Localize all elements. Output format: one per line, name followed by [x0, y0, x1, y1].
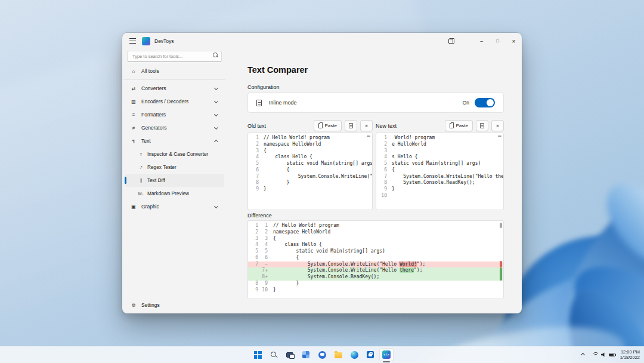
line-text: s Hello {	[387, 154, 417, 161]
diff-scrollbar[interactable]	[500, 222, 502, 298]
diff-view[interactable]: 1 1 // Hello World! program 2 2 namespac…	[247, 220, 504, 299]
old-text-editor[interactable]: 1 // Hello World! program 2 namespace He…	[247, 133, 373, 210]
diff-text-pre: // Hello World! program	[273, 223, 339, 228]
sidebar-category-graphic[interactable]: ▣ Graphic	[125, 200, 224, 213]
sidebar-category[interactable]: ⇄ Converters	[125, 82, 224, 95]
old-line-number: 1	[248, 223, 258, 229]
diff-row: 3 3 {	[248, 236, 503, 242]
code-line: 1 World! program	[376, 135, 503, 141]
line-number: 3	[248, 148, 259, 155]
taskbar-clock[interactable]: 12:00 PM 1/18/2022	[620, 349, 641, 360]
code-line: 2 e HelloWorld	[376, 141, 503, 148]
inline-mode-card: Inline mode On	[247, 93, 504, 113]
sidebar-tool[interactable]: ∥ Text Diff	[125, 174, 224, 187]
line-number: 2	[376, 141, 387, 148]
file-explorer-button[interactable]	[331, 348, 345, 361]
gear-icon: ⚙	[129, 303, 138, 308]
scrollbar-thumb[interactable]	[498, 136, 501, 137]
diff-line-text: }	[268, 281, 299, 287]
line-text: {	[259, 148, 267, 155]
sidebar-category[interactable]: ▥ Encoders / Decoders	[125, 95, 224, 108]
hidden-icons-button[interactable]	[579, 349, 587, 361]
added-marker	[500, 267, 502, 281]
new-line-number: 9	[258, 281, 268, 287]
sidebar-item-all-tools[interactable]: ⌂ All tools	[125, 64, 224, 78]
old-line-number: 6	[248, 255, 258, 262]
sidebar-category[interactable]: ¶ Text	[125, 134, 224, 147]
old-line-number: 9	[248, 287, 258, 294]
line-number: 6	[376, 167, 387, 174]
chat-button[interactable]	[315, 348, 329, 361]
line-text: static void Main(string[] args)	[259, 161, 372, 167]
tool-icon: M↓	[138, 192, 144, 196]
old-clear-button[interactable]: ×	[360, 120, 373, 131]
line-number: 8	[248, 180, 259, 186]
new-text-editor[interactable]: 1 World! program 2 e HelloWorld 3	[376, 133, 504, 210]
new-clear-button[interactable]: ×	[491, 120, 504, 131]
compact-overlay-icon	[448, 38, 454, 44]
line-text: System.Console.WriteLine("Hello there");	[387, 174, 503, 180]
old-line-number: 3	[248, 236, 258, 242]
diff-row: 5 5 static void Main(string[] args)	[248, 248, 503, 255]
diff-word-highlight: there	[400, 267, 414, 273]
inline-mode-toggle[interactable]	[475, 98, 495, 107]
line-text: {	[259, 167, 289, 174]
volume-icon	[601, 352, 606, 357]
edge-button[interactable]	[347, 348, 361, 361]
scrollbar-thumb[interactable]	[500, 223, 502, 228]
line-text: System.Console.ReadKey();	[387, 180, 475, 186]
category-icon: #	[129, 125, 138, 131]
devtoys-taskbar-button[interactable]	[379, 348, 394, 361]
inline-mode-label: Inline mode	[269, 100, 297, 106]
sidebar-tool[interactable]: .* Regex Tester	[125, 161, 224, 174]
sidebar-category[interactable]: ≡ Formatters	[125, 108, 224, 121]
diff-line-text: {	[268, 255, 299, 262]
old-line-number: 8	[248, 281, 258, 287]
new-line-number: 1	[258, 223, 268, 229]
start-button[interactable]	[250, 348, 265, 361]
old-line-number: 4	[248, 242, 258, 248]
code-line: 6 {	[248, 167, 372, 174]
line-text: // Hello World! program	[259, 135, 330, 141]
quick-settings-button[interactable]	[591, 349, 617, 361]
diff-text-post: ");	[414, 267, 422, 273]
old-line-number	[248, 274, 258, 281]
task-view-button[interactable]	[283, 348, 297, 361]
widgets-button[interactable]	[299, 348, 313, 361]
chevron-icon	[214, 99, 218, 103]
new-load-file-button[interactable]	[476, 120, 488, 131]
hamburger-menu-button[interactable]	[125, 33, 140, 49]
old-line-number	[248, 267, 258, 274]
diff-line-text: System.Console.ReadKey();	[268, 274, 379, 281]
sidebar-category[interactable]: # Generators	[125, 121, 224, 134]
sidebar-item-settings[interactable]: ⚙ Settings	[125, 299, 224, 312]
sidebar-tool[interactable]: M↓ Markdown Preview	[125, 187, 224, 200]
minimize-button[interactable]: –	[473, 33, 490, 49]
sidebar-tool[interactable]: T Inspector & Case Converter	[125, 147, 224, 161]
new-line-number: 6	[258, 255, 268, 262]
search-input[interactable]	[127, 51, 222, 62]
new-line-number: −	[258, 262, 268, 268]
tool-label: Markdown Preview	[147, 190, 189, 196]
settings-label: Settings	[141, 302, 160, 308]
diff-text-pre: System.Console.WriteLine("Hello	[273, 262, 400, 267]
line-text: }	[259, 186, 267, 193]
line-number: 5	[248, 161, 259, 167]
category-icon: ≡	[129, 112, 138, 118]
maximize-button[interactable]: □	[490, 33, 506, 49]
diff-text-pre: }	[273, 287, 276, 293]
old-load-file-button[interactable]	[345, 120, 357, 131]
compact-overlay-button[interactable]	[443, 33, 459, 49]
taskbar-search-button[interactable]	[267, 348, 281, 361]
close-button[interactable]: ×	[506, 33, 522, 49]
line-text: {	[387, 167, 395, 174]
difference-label: Difference	[247, 213, 272, 219]
scrollbar-thumb[interactable]	[367, 136, 370, 137]
store-button[interactable]	[363, 348, 377, 361]
new-paste-button[interactable]: Paste	[445, 120, 473, 131]
sidebar: ⌂ All tools ⇄ Converters ▥ Encoders / De…	[122, 49, 227, 313]
diff-row: 1 1 // Hello World! program	[248, 223, 503, 229]
folder-icon	[335, 352, 342, 358]
old-paste-button[interactable]: Paste	[314, 120, 342, 131]
titlebar[interactable]: DevToys – □ ×	[122, 33, 522, 49]
